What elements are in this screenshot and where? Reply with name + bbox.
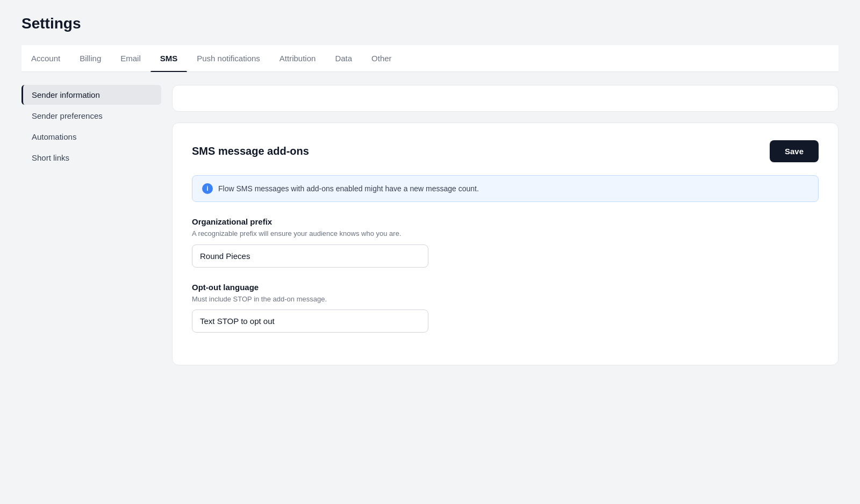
organizational-prefix-label: Organizational prefix bbox=[192, 217, 819, 226]
page-title: Settings bbox=[22, 15, 838, 32]
tab-billing[interactable]: Billing bbox=[70, 45, 111, 71]
sidebar-nav: Sender information Sender preferences Au… bbox=[22, 85, 161, 168]
tab-sms[interactable]: SMS bbox=[150, 45, 188, 71]
tab-email[interactable]: Email bbox=[111, 45, 150, 71]
sidebar-item-sender-preferences[interactable]: Sender preferences bbox=[22, 106, 161, 126]
sidebar-item-sender-information[interactable]: Sender information bbox=[22, 85, 161, 105]
info-banner-text: Flow SMS messages with add-ons enabled m… bbox=[218, 184, 479, 193]
opt-out-language-label: Opt-out language bbox=[192, 283, 819, 292]
tab-account[interactable]: Account bbox=[22, 45, 70, 71]
card-header: SMS message add-ons Save bbox=[192, 140, 819, 162]
card-title: SMS message add-ons bbox=[192, 145, 309, 157]
opt-out-language-description: Must include STOP in the add-on message. bbox=[192, 294, 819, 305]
organizational-prefix-description: A recognizable prefix will ensure your a… bbox=[192, 228, 819, 239]
top-card bbox=[172, 85, 838, 112]
opt-out-language-input[interactable] bbox=[192, 309, 428, 333]
sidebar: Sender information Sender preferences Au… bbox=[22, 85, 172, 365]
sidebar-item-short-links[interactable]: Short links bbox=[22, 148, 161, 168]
save-button[interactable]: Save bbox=[770, 140, 819, 162]
sidebar-item-automations[interactable]: Automations bbox=[22, 127, 161, 147]
tab-data[interactable]: Data bbox=[325, 45, 362, 71]
organizational-prefix-group: Organizational prefix A recognizable pre… bbox=[192, 217, 819, 268]
tab-attribution[interactable]: Attribution bbox=[270, 45, 326, 71]
tabs-bar: Account Billing Email SMS Push notificat… bbox=[22, 45, 838, 72]
tab-push-notifications[interactable]: Push notifications bbox=[187, 45, 270, 71]
info-icon: i bbox=[202, 183, 213, 194]
info-banner: i Flow SMS messages with add-ons enabled… bbox=[192, 175, 819, 202]
sms-addons-card: SMS message add-ons Save i Flow SMS mess… bbox=[172, 123, 838, 365]
tab-other[interactable]: Other bbox=[362, 45, 402, 71]
content-area: SMS message add-ons Save i Flow SMS mess… bbox=[172, 85, 838, 365]
main-content: Sender information Sender preferences Au… bbox=[22, 72, 838, 365]
opt-out-language-group: Opt-out language Must include STOP in th… bbox=[192, 283, 819, 333]
organizational-prefix-input[interactable] bbox=[192, 244, 428, 268]
